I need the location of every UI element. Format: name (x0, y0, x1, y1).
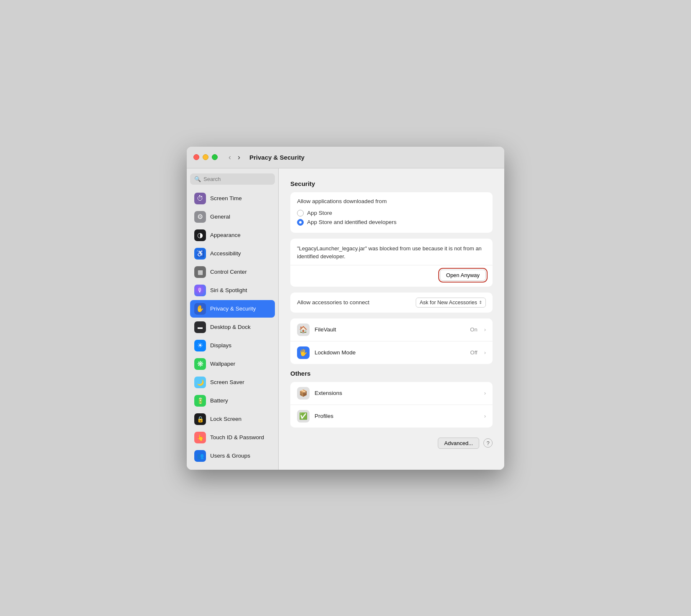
extensions-row[interactable]: 📦 Extensions › (290, 382, 493, 405)
filevault-icon: 🏠 (297, 323, 310, 336)
main-content: Security Allow applications downloaded f… (279, 168, 504, 470)
sidebar-item-accessibility[interactable]: ♿ Accessibility (190, 245, 275, 262)
sidebar-item-label: Screen Saver (210, 379, 244, 385)
displays-icon: ☀ (194, 340, 206, 351)
extensions-label: Extensions (315, 390, 479, 396)
sidebar-item-label: Privacy & Security (210, 305, 256, 312)
sidebar-item-label: Displays (210, 342, 231, 349)
forward-button[interactable]: › (235, 153, 243, 162)
accessories-dropdown[interactable]: Ask for New Accessories ⇕ (416, 298, 486, 308)
open-anyway-button[interactable]: Open Anyway (440, 270, 486, 281)
control-center-icon: ▦ (194, 266, 206, 278)
desktop-dock-icon: ▬ (194, 321, 206, 333)
sidebar-item-control-center[interactable]: ▦ Control Center (190, 263, 275, 281)
sidebar-item-label: Accessibility (210, 250, 241, 257)
sidebar: 🔍 ⏱ Screen Time ⚙ General ◑ Appearance ♿ (187, 168, 279, 470)
screen-saver-icon: 🌙 (194, 377, 206, 388)
others-section: Others 📦 Extensions › ✅ Profiles › (290, 370, 493, 428)
filevault-lockdown-card: 🏠 FileVault On › 🖐 Lockdown Mode Off › (290, 318, 493, 364)
help-button[interactable]: ? (483, 438, 493, 448)
sidebar-item-users-groups[interactable]: 👥 Users & Groups (190, 447, 275, 465)
lockdown-chevron-icon: › (484, 349, 486, 356)
titlebar: ‹ › Privacy & Security (187, 147, 504, 168)
allow-apps-card: Allow applications downloaded from App S… (290, 192, 493, 233)
filevault-label: FileVault (315, 326, 465, 333)
sidebar-item-screen-time[interactable]: ⏱ Screen Time (190, 190, 275, 207)
sidebar-item-battery[interactable]: 🔋 Battery (190, 392, 275, 410)
lock-screen-icon: 🔒 (194, 413, 206, 425)
touch-id-icon: 👆 (194, 432, 206, 443)
advanced-button[interactable]: Advanced... (438, 438, 479, 449)
accessories-label: Allow accessories to connect (297, 299, 369, 305)
traffic-lights (193, 154, 218, 160)
security-section-title: Security (290, 180, 493, 187)
sidebar-item-label: Wallpaper (210, 361, 235, 367)
accessories-chevron-icon: ⇕ (479, 300, 482, 305)
battery-icon: 🔋 (194, 395, 206, 407)
users-groups-icon: 👥 (194, 450, 206, 462)
lockdown-value: Off (470, 349, 478, 356)
filevault-chevron-icon: › (484, 326, 486, 333)
radio-developers-circle[interactable] (297, 219, 304, 226)
extensions-icon: 📦 (297, 387, 310, 400)
sidebar-item-touch-id[interactable]: 👆 Touch ID & Password (190, 429, 275, 446)
profiles-row[interactable]: ✅ Profiles › (290, 405, 493, 428)
radio-developers-label: App Store and identified developers (307, 219, 396, 225)
extensions-chevron-icon: › (484, 390, 486, 396)
sidebar-item-label: Touch ID & Password (210, 434, 264, 440)
radio-app-store-option[interactable]: App Store (297, 209, 486, 218)
bottom-bar: Advanced... ? (290, 433, 493, 449)
blocked-message-card: "LegacyLauncher_legacy.jar" was blocked … (290, 239, 493, 287)
close-button[interactable] (193, 154, 199, 160)
radio-app-store-developers-option[interactable]: App Store and identified developers (297, 218, 486, 227)
content: 🔍 ⏱ Screen Time ⚙ General ◑ Appearance ♿ (187, 168, 504, 470)
maximize-button[interactable] (212, 154, 218, 160)
sidebar-item-appearance[interactable]: ◑ Appearance (190, 227, 275, 244)
profiles-icon: ✅ (297, 410, 310, 423)
blocked-message-text: "LegacyLauncher_legacy.jar" was blocked … (290, 239, 493, 265)
sidebar-item-label: Battery (210, 397, 228, 404)
sidebar-item-desktop-dock[interactable]: ▬ Desktop & Dock (190, 318, 275, 336)
appearance-icon: ◑ (194, 229, 206, 241)
open-anyway-row: Open Anyway (290, 265, 493, 287)
accessories-card: Allow accessories to connect Ask for New… (290, 293, 493, 313)
search-box[interactable]: 🔍 (190, 173, 275, 185)
sidebar-item-screen-saver[interactable]: 🌙 Screen Saver (190, 374, 275, 391)
sidebar-item-label: General (210, 214, 230, 220)
filevault-value: On (470, 326, 477, 333)
sidebar-item-wallpaper[interactable]: ❋ Wallpaper (190, 355, 275, 373)
sidebar-item-label: Lock Screen (210, 416, 241, 422)
system-preferences-window: ‹ › Privacy & Security 🔍 ⏱ Screen Time ⚙… (187, 147, 504, 470)
sidebar-item-label: Screen Time (210, 195, 242, 201)
sidebar-item-privacy-security[interactable]: ✋ Privacy & Security (190, 300, 275, 318)
allow-apps-subtitle: Allow applications downloaded from (297, 198, 486, 204)
lockdown-label: Lockdown Mode (315, 349, 465, 356)
sidebar-item-label: Users & Groups (210, 453, 250, 459)
sidebar-item-general[interactable]: ⚙ General (190, 208, 275, 226)
wallpaper-icon: ❋ (194, 358, 206, 370)
others-card: 📦 Extensions › ✅ Profiles › (290, 382, 493, 428)
search-icon: 🔍 (194, 176, 201, 182)
sidebar-item-lock-screen[interactable]: 🔒 Lock Screen (190, 410, 275, 428)
window-title: Privacy & Security (249, 154, 305, 161)
accessories-row: Allow accessories to connect Ask for New… (290, 293, 493, 313)
profiles-chevron-icon: › (484, 413, 486, 419)
general-icon: ⚙ (194, 211, 206, 223)
sidebar-item-displays[interactable]: ☀ Displays (190, 337, 275, 354)
sidebar-item-siri-spotlight[interactable]: 🎙 Siri & Spotlight ↓ (190, 282, 275, 299)
back-button[interactable]: ‹ (226, 153, 234, 162)
sidebar-item-label: Control Center (210, 269, 247, 275)
radio-app-store-label: App Store (307, 210, 332, 216)
radio-app-store-circle[interactable] (297, 210, 304, 216)
sidebar-item-label: Siri & Spotlight (210, 287, 247, 293)
accessibility-icon: ♿ (194, 248, 206, 260)
sidebar-item-label: Appearance (210, 232, 241, 238)
lockdown-row[interactable]: 🖐 Lockdown Mode Off › (290, 341, 493, 364)
minimize-button[interactable] (203, 154, 208, 160)
profiles-label: Profiles (315, 413, 479, 419)
lockdown-mode-icon: 🖐 (297, 346, 310, 359)
siri-icon: 🎙 (194, 285, 206, 296)
search-input[interactable] (203, 176, 271, 182)
filevault-row[interactable]: 🏠 FileVault On › (290, 318, 493, 341)
accessories-value: Ask for New Accessories (419, 300, 477, 305)
